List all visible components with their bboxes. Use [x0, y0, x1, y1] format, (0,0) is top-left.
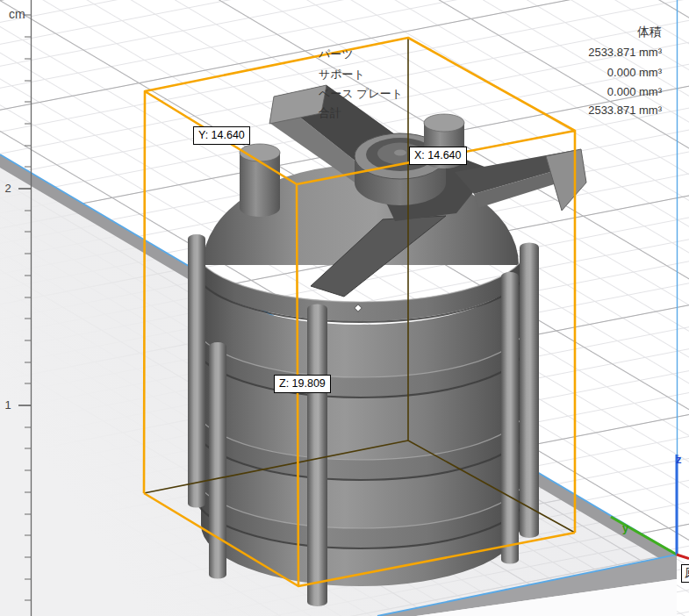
volume-row-label-baseplate: ベース プレート — [319, 86, 403, 102]
volume-row-label-support: サポート — [319, 67, 365, 82]
axis-y-label: y — [622, 521, 628, 534]
volume-row-label-total: 合計 — [319, 105, 341, 121]
pillar-right-outer — [520, 243, 539, 539]
dimension-label-x[interactable]: X: 14.640 — [409, 147, 467, 165]
pillar-center-front — [307, 304, 327, 607]
dimension-label-z[interactable]: Z: 19.809 — [274, 375, 331, 393]
ruler-label-1: 1 — [2, 398, 14, 412]
volume-value-support: 0.000 mm³ — [607, 66, 662, 79]
pillar-left-front — [209, 342, 226, 579]
model-tank[interactable] — [188, 85, 586, 606]
volume-row-label-parts: パーツ — [319, 47, 354, 62]
volume-value-baseplate: 0.000 mm³ — [607, 85, 662, 98]
volume-value-parts: 2533.871 mm³ — [588, 46, 662, 59]
pillar-left-outer — [188, 234, 205, 508]
axis-z-label: z — [676, 453, 682, 466]
dimension-label-y[interactable]: Y: 14.640 — [193, 126, 250, 145]
slicer-3d-viewport-window: cm 2 1 体積 パーツ サポート ベース プレート 合計 2533.871 … — [0, 0, 689, 616]
ruler-unit-label: cm — [9, 7, 25, 21]
ruler-label-2: 2 — [2, 182, 14, 195]
pillar-right-front — [501, 272, 519, 564]
volume-panel-title: 体積 — [637, 25, 662, 40]
origin-label: 原 — [681, 564, 689, 583]
volume-value-total: 2533.871 mm³ — [588, 104, 662, 117]
